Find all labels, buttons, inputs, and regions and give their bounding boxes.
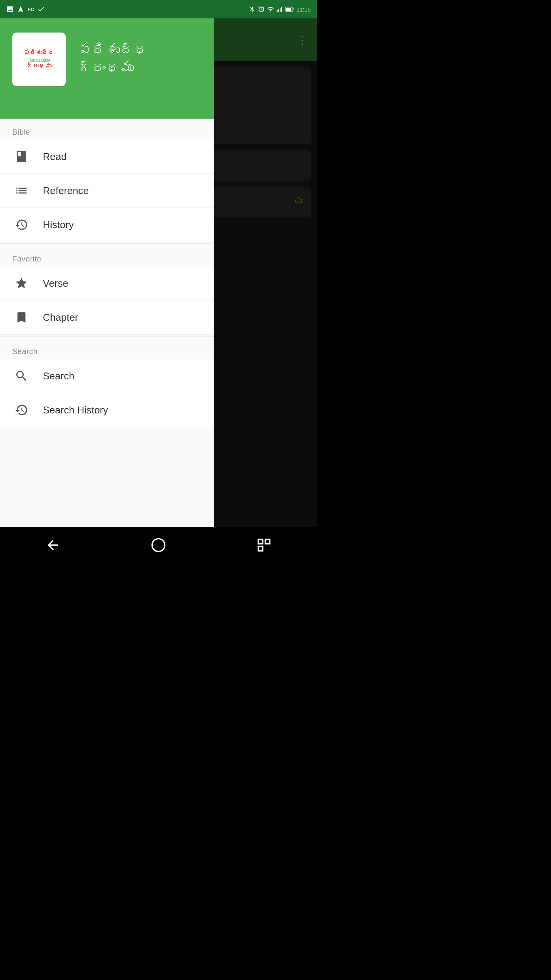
status-time: 11:15: [296, 6, 311, 13]
fc-label: FC: [28, 7, 34, 12]
list-icon: [12, 181, 31, 200]
svg-rect-1: [279, 9, 279, 12]
divider-1: [0, 243, 214, 244]
battery-icon: [285, 6, 294, 13]
photo-icon: [6, 5, 14, 13]
navigation-drawer: పరిశుద్ధ Telugu Bible గ్రంథము పరిశుద్ధ గ…: [0, 0, 214, 564]
svg-rect-9: [265, 539, 270, 544]
section-label-bible: Bible: [0, 119, 214, 140]
menu-label-search-history: Search History: [43, 404, 108, 416]
nav-icon: [17, 5, 24, 13]
menu-label-history: History: [43, 219, 74, 231]
menu-item-search[interactable]: Search: [0, 359, 214, 393]
menu-item-reference[interactable]: Reference: [0, 174, 214, 208]
drawer-menu: Bible Read Reference History Favorite: [0, 119, 214, 564]
section-label-search: Search: [0, 338, 214, 359]
search-icon: [12, 367, 31, 385]
menu-label-chapter: Chapter: [43, 312, 78, 323]
status-icons-left: FC: [6, 5, 45, 13]
check-icon: [37, 5, 45, 13]
svg-rect-6: [286, 8, 291, 11]
wifi-icon: [267, 6, 274, 13]
menu-label-verse: Verse: [43, 278, 68, 289]
home-button[interactable]: [143, 530, 174, 560]
bottom-navigation: [0, 527, 317, 564]
app-logo: పరిశుద్ధ Telugu Bible గ్రంథము: [12, 33, 66, 86]
menu-item-search-history[interactable]: Search History: [0, 393, 214, 427]
alarm-icon: [258, 6, 265, 13]
svg-rect-8: [258, 539, 263, 544]
logo-sub-text: Telugu Bible: [28, 58, 51, 62]
menu-item-history[interactable]: History: [0, 208, 214, 242]
star-icon: [12, 274, 31, 292]
logo-text-line3: గ్రంథము: [27, 62, 51, 70]
svg-rect-5: [293, 8, 294, 10]
menu-item-read[interactable]: Read: [0, 140, 214, 174]
section-label-favorite: Favorite: [0, 245, 214, 266]
menu-item-verse[interactable]: Verse: [0, 266, 214, 301]
svg-point-7: [152, 539, 165, 551]
menu-label-read: Read: [43, 151, 67, 163]
svg-rect-10: [258, 546, 263, 551]
back-button[interactable]: [37, 530, 68, 560]
book-icon: [12, 147, 31, 166]
menu-label-reference: Reference: [43, 185, 89, 197]
divider-2: [0, 336, 214, 336]
signal-icon: [276, 6, 283, 13]
history-clock-icon: [12, 216, 31, 234]
svg-rect-2: [280, 8, 280, 12]
menu-label-search: Search: [43, 370, 74, 382]
bluetooth-icon: [249, 6, 256, 13]
svg-rect-3: [281, 7, 282, 12]
search-history-icon: [12, 401, 31, 419]
menu-item-chapter[interactable]: Chapter: [0, 301, 214, 335]
logo-text-line1: పరిశుద్ధ: [24, 49, 54, 56]
recent-apps-button[interactable]: [249, 530, 279, 560]
drawer-app-title: పరిశుద్ధ గ్రంథము: [78, 41, 202, 77]
status-icons-right: 11:15: [249, 6, 311, 13]
svg-rect-0: [277, 10, 278, 12]
bookmark-icon: [12, 308, 31, 327]
status-bar: FC 11:15: [0, 0, 317, 18]
